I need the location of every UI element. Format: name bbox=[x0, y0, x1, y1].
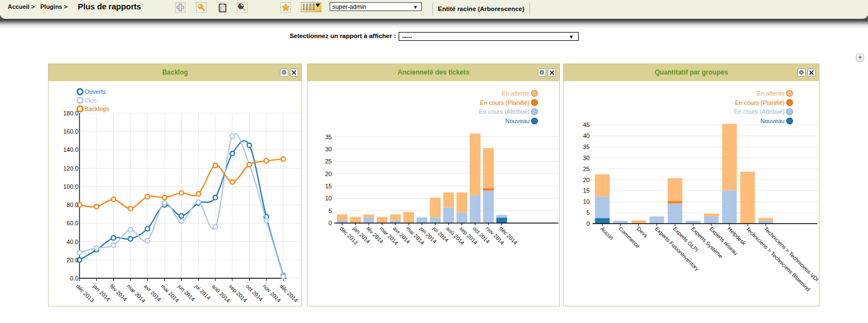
icon-shape bbox=[282, 3, 290, 11]
point-marker-Ouverts bbox=[179, 214, 184, 218]
legend-item-Nouveau[interactable]: Nouveau bbox=[760, 118, 793, 124]
add-icon[interactable] bbox=[175, 2, 186, 13]
y-axis-label: 80.0 bbox=[67, 202, 78, 208]
bar-segment-En attente bbox=[377, 217, 388, 223]
list-menu-icon[interactable] bbox=[301, 2, 321, 14]
bar-segment-Nouveau bbox=[595, 218, 610, 224]
legend-item-En cours (Attribué)[interactable]: En cours (Attribué) bbox=[734, 108, 792, 115]
point-marker-Ouverts bbox=[145, 226, 150, 231]
bar-segment-En cours (Attribué) bbox=[496, 215, 507, 218]
panel-title: Quantitatif par groupes bbox=[564, 64, 819, 81]
icon-shape bbox=[281, 70, 287, 76]
gear-icon[interactable] bbox=[538, 68, 546, 77]
x-axis-label: Techniciens > Techniciens Bluemind bbox=[745, 226, 812, 293]
point-marker-Backlogs bbox=[112, 197, 116, 202]
anciennete-chart-svg: En attenteEn cours (Planifié)En cours (A… bbox=[308, 81, 559, 306]
legend-item-En attente[interactable]: En attente bbox=[757, 90, 793, 97]
panel-title: Ancienneté des tickets bbox=[308, 64, 559, 81]
legend-marker-icon bbox=[77, 89, 83, 94]
point-marker-Clos bbox=[213, 225, 218, 229]
legend-item-En attente[interactable]: En attente bbox=[502, 90, 538, 97]
point-marker-Backlogs bbox=[128, 206, 133, 211]
legend-label: En cours (Planifié) bbox=[735, 99, 785, 106]
legend-label: En attente bbox=[757, 90, 785, 97]
y-axis-label: 20 bbox=[583, 177, 590, 183]
bar-segment-En cours (Attribué) bbox=[443, 207, 454, 223]
x-axis-label: Experts Système bbox=[690, 226, 724, 260]
legend-item-En cours (Attribué)[interactable]: En cours (Attribué) bbox=[479, 108, 537, 115]
icon-shape bbox=[176, 3, 184, 12]
chart-backlog: OuvertsClosBacklogs0.020.040.060.080.010… bbox=[49, 81, 301, 306]
bar-segment-En attente bbox=[363, 214, 374, 217]
point-marker-Backlogs bbox=[281, 157, 285, 161]
icon-shape bbox=[798, 70, 805, 76]
report-icon[interactable] bbox=[217, 2, 227, 13]
x-axis-label: Aucun bbox=[599, 226, 615, 241]
y-axis-label: 160.0 bbox=[63, 128, 78, 135]
point-marker-Clos bbox=[230, 134, 235, 139]
icon-shape bbox=[541, 72, 543, 73]
point-marker-Clos bbox=[94, 246, 99, 250]
legend-item-En cours (Planifié)[interactable]: En cours (Planifié) bbox=[480, 99, 537, 106]
breadcrumb-plugins[interactable]: Plugins > bbox=[40, 3, 67, 10]
point-marker-Backlogs bbox=[230, 180, 235, 184]
gear-icon[interactable] bbox=[797, 68, 806, 77]
breadcrumb-accueil[interactable]: Accueil > bbox=[8, 3, 35, 10]
point-marker-Ouverts bbox=[213, 195, 218, 200]
tools-icon[interactable] bbox=[237, 2, 247, 13]
y-axis-label: 30 bbox=[325, 146, 332, 152]
y-axis-label: 10 bbox=[325, 195, 332, 202]
profile-select[interactable]: super-admin ▼ bbox=[330, 2, 422, 11]
icon-shape bbox=[198, 4, 203, 9]
point-marker-Backlogs bbox=[162, 195, 167, 200]
bar-segment-En attente bbox=[350, 217, 361, 223]
search-icon[interactable] bbox=[196, 2, 207, 13]
panel-titlebar: Backlog bbox=[49, 64, 301, 81]
close-icon[interactable] bbox=[807, 68, 816, 77]
icon-shape bbox=[220, 6, 221, 7]
bar-segment-En attente bbox=[457, 193, 468, 213]
icon-shape bbox=[292, 70, 297, 75]
gear-icon[interactable] bbox=[280, 68, 288, 77]
point-marker-Clos bbox=[179, 219, 184, 224]
bar-segment-En cours (Attribué) bbox=[416, 218, 427, 223]
legend-label: En attente bbox=[502, 90, 530, 97]
y-axis-label: 120.0 bbox=[63, 165, 78, 172]
legend-label: Nouveau bbox=[505, 118, 530, 124]
legend-item-Nouveau[interactable]: Nouveau bbox=[505, 118, 538, 124]
icon-shape bbox=[539, 70, 545, 76]
point-marker-Clos bbox=[196, 200, 200, 204]
icon-shape bbox=[177, 4, 183, 10]
icon-shape bbox=[220, 9, 221, 10]
legend-item-Clos[interactable]: Clos bbox=[77, 97, 97, 104]
y-axis-label: 20.0 bbox=[67, 257, 78, 263]
point-marker-Backlogs bbox=[213, 163, 218, 168]
legend-item-Backlogs[interactable]: Backlogs bbox=[77, 105, 109, 112]
point-marker-Clos bbox=[281, 274, 285, 279]
legend-label: En cours (Planifié) bbox=[480, 99, 530, 106]
point-marker-Ouverts bbox=[112, 236, 116, 240]
add-widget-button[interactable]: + bbox=[856, 54, 864, 62]
bar-segment-En attente bbox=[483, 148, 494, 188]
close-icon[interactable] bbox=[290, 68, 298, 77]
legend-item-Ouverts[interactable]: Ouverts bbox=[77, 88, 106, 95]
bar-segment-En cours (Attribué) bbox=[649, 216, 664, 224]
icon-shape bbox=[221, 3, 224, 4]
legend-item-En cours (Planifié)[interactable]: En cours (Planifié) bbox=[735, 99, 792, 106]
bar-segment-En cours (Planifié) bbox=[668, 201, 682, 203]
legend-marker-icon bbox=[787, 99, 793, 105]
bar-segment-En attente bbox=[337, 214, 348, 220]
point-marker-Ouverts bbox=[230, 151, 235, 156]
topbar: Accueil > Plugins > Plus de rapports bbox=[0, 0, 868, 19]
legend-label: Nouveau bbox=[760, 118, 785, 124]
star-icon[interactable] bbox=[280, 2, 291, 13]
y-axis-label: 100.0 bbox=[63, 183, 78, 190]
y-axis-label: 0 bbox=[329, 220, 332, 226]
legend-marker-icon bbox=[532, 109, 538, 115]
report-select[interactable]: ----- ▼ bbox=[399, 32, 579, 41]
y-axis-label: 10 bbox=[583, 198, 590, 205]
close-icon[interactable] bbox=[548, 68, 556, 77]
icon-shape bbox=[301, 2, 321, 12]
entity-button[interactable]: Entité racine (Arborescence) bbox=[432, 3, 530, 15]
panel-title: Backlog bbox=[49, 64, 301, 81]
